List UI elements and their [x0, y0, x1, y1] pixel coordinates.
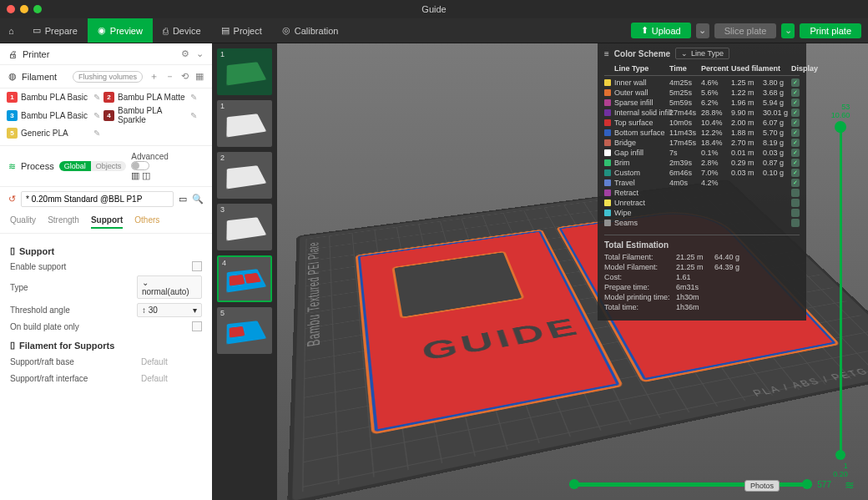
tab-calibration[interactable]: ◎Calibration [272, 18, 349, 43]
print-button[interactable]: Print plate [800, 23, 861, 38]
edit-icon[interactable]: ✎ [190, 93, 197, 102]
print-dropdown[interactable]: ⌄ [781, 23, 795, 38]
slider-knob-left[interactable] [569, 479, 579, 489]
color-swatch [604, 159, 611, 166]
support-type-select[interactable]: ⌄ normal(auto) [137, 275, 202, 299]
layer-slider-vertical[interactable]: 5310.60 + 10.20 [828, 104, 853, 479]
display-checkbox[interactable] [791, 199, 800, 207]
params-icon[interactable]: ◫ [142, 170, 150, 180]
display-checkbox[interactable]: ✓ [791, 179, 800, 187]
flushing-volumes-button[interactable]: Flushing volumes [73, 71, 143, 83]
edit-icon[interactable]: ✎ [93, 93, 100, 102]
edit-icon[interactable]: ✎ [93, 111, 100, 120]
slice-button[interactable]: Slice plate [714, 23, 777, 38]
compare-icon[interactable]: ▥ [131, 170, 139, 180]
remove-filament-icon[interactable]: － [165, 70, 174, 83]
plate-thumb-1[interactable]: 1 [217, 48, 272, 95]
sync-icon[interactable]: ⟲ [181, 71, 189, 82]
tab-device[interactable]: ⎙Device [153, 18, 211, 43]
display-checkbox[interactable]: ✓ [791, 139, 800, 147]
raft-interface-select[interactable]: Default [137, 372, 202, 385]
plate-list: 1 1 2 3 4 5 [212, 43, 277, 500]
gear-icon[interactable]: ⚙ [181, 48, 189, 59]
display-checkbox[interactable]: ✓ [791, 98, 800, 107]
preset-select[interactable] [21, 191, 174, 207]
minimize-window-icon[interactable] [20, 5, 28, 13]
display-checkbox[interactable]: ✓ [791, 88, 800, 97]
threshold-angle-input[interactable]: ↕ 30 ▾ [137, 303, 202, 317]
edit-icon[interactable]: ✎ [93, 129, 100, 138]
display-checkbox[interactable]: ✓ [791, 169, 800, 177]
slider-knob-top[interactable] [835, 123, 845, 133]
collapse-icon[interactable]: ≡ [604, 49, 609, 58]
color-swatch [604, 220, 611, 226]
printer-section-head[interactable]: 🖨 Printer ⚙⌄ [0, 43, 212, 65]
plate-thumb-4[interactable]: 3 [217, 204, 272, 250]
tab-project[interactable]: ▤Project [211, 18, 272, 43]
enable-support-checkbox[interactable] [192, 261, 202, 271]
plate-thumb-3[interactable]: 2 [217, 152, 272, 199]
filament-cell[interactable]: 5Generic PLA✎ [7, 128, 100, 139]
titlebar: Guide [0, 0, 868, 18]
project-icon: ▤ [221, 25, 230, 36]
tab-others[interactable]: Others [134, 215, 159, 229]
display-checkbox[interactable]: ✓ [791, 149, 800, 157]
maximize-window-icon[interactable] [33, 5, 42, 13]
ams-icon[interactable]: ▦ [195, 71, 204, 82]
home-button[interactable]: ⌂ [0, 18, 23, 43]
printer-icon: 🖨 [8, 49, 18, 59]
color-scheme-select[interactable]: ⌄ Line Type [675, 48, 729, 59]
preview-icon: ◉ [98, 25, 106, 36]
collapse-icon[interactable]: ▯ [10, 245, 15, 256]
edit-icon[interactable]: ✎ [190, 111, 197, 120]
plate-thumb-2[interactable]: 1 [217, 100, 272, 147]
plate-thumb-5[interactable]: 4 [217, 255, 272, 302]
calibration-icon: ◎ [282, 25, 290, 36]
filament-cell[interactable]: 1Bambu PLA Basic✎ [7, 92, 100, 103]
display-checkbox[interactable]: ✓ [791, 109, 800, 117]
filament-cell[interactable]: 4Bambu PLA Sparkle✎ [103, 106, 197, 124]
viewport-3d[interactable]: Bambu Textured PEI Plate PLA / ABS / PET… [277, 43, 868, 500]
device-icon: ⎙ [163, 26, 169, 36]
linetype-row: Wipe [604, 208, 800, 218]
tab-prepare[interactable]: ▭Prepare [23, 18, 88, 43]
close-window-icon[interactable] [7, 5, 15, 13]
advanced-toggle[interactable] [131, 161, 149, 170]
tab-quality[interactable]: Quality [10, 215, 36, 229]
linetype-row: Internal solid infill27m44s28.8%9.90 m30… [604, 108, 800, 118]
linetype-row: Bridge17m45s18.4%2.70 m8.19 g✓ [604, 138, 800, 148]
window-controls [7, 5, 42, 13]
plate-thumb-6[interactable]: 5 [217, 307, 272, 354]
reset-icon[interactable]: ↺ [8, 194, 16, 205]
raft-base-select[interactable]: Default [137, 356, 202, 368]
tab-support[interactable]: Support [91, 215, 123, 229]
layers-icon[interactable]: ≋ [845, 478, 855, 492]
global-objects-toggle[interactable]: GlobalObjects [59, 161, 127, 171]
tab-strength[interactable]: Strength [48, 215, 79, 229]
slider-knob-bottom[interactable] [835, 450, 845, 460]
on-build-plate-checkbox[interactable] [192, 321, 202, 331]
color-swatch [604, 79, 611, 86]
chevron-down-icon[interactable]: ⌄ [196, 48, 204, 59]
display-checkbox[interactable] [791, 189, 800, 197]
photos-badge: Photos [744, 480, 780, 492]
moves-slider-horizontal[interactable]: 577 Photos [569, 478, 831, 490]
save-preset-icon[interactable]: ▭ [179, 194, 187, 205]
slider-knob-right[interactable] [802, 479, 812, 489]
display-checkbox[interactable] [791, 209, 800, 217]
display-checkbox[interactable]: ✓ [791, 78, 800, 87]
collapse-icon[interactable]: ▯ [10, 340, 15, 351]
filament-cell[interactable]: 2Bambu PLA Matte✎ [103, 92, 197, 103]
add-filament-icon[interactable]: ＋ [149, 70, 159, 83]
linetype-row: Outer wall5m25s5.6%1.22 m3.68 g✓ [604, 88, 800, 98]
tab-preview[interactable]: ◉Preview [88, 18, 153, 43]
search-icon[interactable]: 🔍 [192, 194, 204, 205]
slice-dropdown[interactable]: ⌄ [696, 23, 709, 38]
filament-cell[interactable]: 3Bambu PLA Basic✎ [7, 110, 100, 121]
display-checkbox[interactable]: ✓ [791, 119, 800, 127]
display-checkbox[interactable] [791, 219, 800, 227]
display-checkbox[interactable]: ✓ [791, 129, 800, 137]
display-checkbox[interactable]: ✓ [791, 159, 800, 167]
color-swatch [604, 189, 611, 196]
upload-button[interactable]: ⬆Upload [631, 23, 691, 38]
